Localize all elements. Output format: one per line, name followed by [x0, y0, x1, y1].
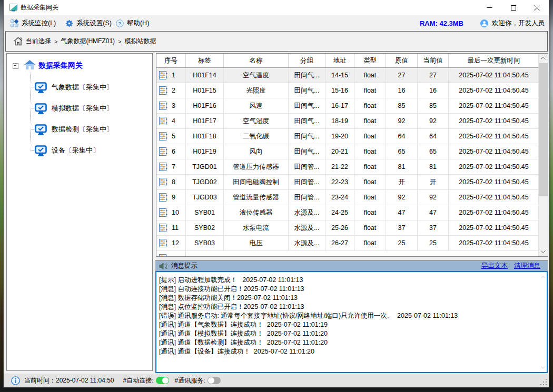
cell-tag: TJGD02	[186, 175, 224, 189]
tree-node[interactable]: 设备〔采集中〕	[31, 144, 100, 157]
cell-address: 16-17	[325, 98, 354, 113]
cell-index: 11	[156, 220, 186, 235]
auto-connect-toggle[interactable]	[156, 377, 169, 384]
menu-system-monitor[interactable]: 系统监控(L)	[11, 17, 56, 29]
table-row[interactable]: 2H01F15光照度田间气...15-16float16162025-07-02…	[156, 83, 539, 98]
cell-address: 23-24	[325, 190, 354, 205]
cell-index: 6	[156, 144, 186, 159]
export-text-link[interactable]: 导出文本	[481, 262, 508, 270]
menu-help[interactable]: ? 帮助(H)	[116, 17, 149, 29]
tree-node[interactable]: 气象数据〔采集中〕	[31, 81, 113, 94]
cell-name: 空气湿度	[224, 114, 289, 128]
row-settings-icon	[159, 86, 167, 95]
cell-updated-at: 2025-07-02 11:04:50.45	[449, 236, 539, 250]
cell-type: float	[354, 220, 386, 235]
table-row[interactable]: 4H01F17空气湿度田间气...18-19float92922025-07-0…	[156, 114, 539, 129]
maximize-button[interactable]	[501, 0, 525, 15]
cell-raw-value: 开	[386, 175, 418, 189]
tree-node[interactable]: 模拟数据〔采集中〕	[31, 102, 113, 115]
tree-node[interactable]: 数据检测〔采集中〕	[31, 123, 113, 136]
row-settings-icon	[159, 71, 167, 79]
cell-updated-at: 2025-07-02 11:04:50.45	[449, 144, 539, 159]
clear-messages-link[interactable]: 清理消息	[514, 262, 540, 270]
menu-system-settings[interactable]: 系统设置(S)	[65, 17, 112, 29]
cell-raw-value: 37	[386, 220, 418, 235]
cell-address: 26-27	[325, 236, 354, 250]
message-line: [通讯] 通道【设备】连接成功！ 2025-07-02 11:01:20	[159, 347, 539, 356]
breadcrumb-item[interactable]: 模拟站数据	[125, 37, 156, 46]
message-scroll-up-icon[interactable]	[539, 273, 547, 280]
column-header-tag[interactable]: 标签	[186, 54, 224, 67]
column-header-name[interactable]: 名称	[224, 54, 289, 67]
table-row[interactable]: 6H01F19风向田间气...20-21float65652025-07-02 …	[156, 144, 539, 159]
app-window: 数据采集网关 系统监控(L)	[4, 0, 549, 387]
message-line: [通讯] 通道【气象数据】连接成功！ 2025-07-02 11:01:19	[159, 320, 539, 329]
cell-name: 电压	[224, 236, 289, 250]
cell-raw-value: 27	[386, 68, 418, 83]
table-row[interactable]: 7TJGD01管道压力传感器田间管...21-22float81812025-0…	[156, 159, 539, 175]
table-scrollbar-thumb[interactable]	[539, 63, 548, 196]
cell-address: 22-23	[325, 175, 354, 189]
cell-type: float	[354, 98, 386, 113]
breadcrumb-items: 当前选择>气象数据(HMFZ01)>模拟站数据	[26, 37, 156, 46]
table-row[interactable]: 12SYB03电压水源及...26-27float25252025-07-02 …	[156, 236, 539, 251]
cell-index: 10	[156, 205, 186, 220]
close-button[interactable]	[525, 0, 549, 15]
table-row[interactable]: 1H01F14空气温度田间气...14-15float27272025-07-0…	[156, 68, 539, 83]
app-icon	[9, 4, 17, 12]
table-row[interactable]: 9TJGD03管道流量传感器田间管...23-24float92922025-0…	[156, 190, 539, 205]
column-header-group[interactable]: 分组	[289, 54, 325, 67]
cell-name: 液位传感器	[224, 205, 289, 220]
scroll-up-icon[interactable]	[539, 54, 548, 63]
cell-group: 田间气...	[289, 98, 325, 113]
tree-node-label: 设备〔采集中〕	[52, 146, 100, 155]
message-scroll-down-icon[interactable]	[539, 364, 547, 371]
home-icon[interactable]	[13, 36, 23, 46]
row-settings-icon	[159, 132, 167, 140]
cell-address: 19-20	[325, 129, 354, 144]
cell-address: 20-21	[325, 144, 354, 159]
scroll-down-icon[interactable]	[539, 247, 548, 256]
tree-node-label: 气象数据〔采集中〕	[52, 83, 113, 92]
monitor-check-icon	[35, 124, 47, 135]
table-row[interactable]: 8TJGD02田间电磁阀控制田间管...22-23float开开2025-07-…	[156, 175, 539, 190]
cell-tag: SYB01	[186, 205, 224, 220]
table-row[interactable]: 5H01F18二氧化碳田间气...19-20float64642025-07-0…	[156, 129, 539, 144]
menu-label: 帮助(H)	[127, 19, 149, 28]
cell-raw-value: 16	[386, 83, 418, 98]
table-scrollbar[interactable]	[538, 54, 548, 256]
cell-current-value: 37	[418, 220, 449, 235]
table-row[interactable]: 11SYB02水泵电流水源及...25-26float37372025-07-0…	[156, 220, 539, 236]
column-header-updated-at[interactable]: 最后一次更新时间	[449, 54, 539, 67]
tree-node-label: 模拟数据〔采集中〕	[52, 104, 113, 113]
table-body: 1H01F14空气温度田间气...14-15float27272025-07-0…	[156, 68, 539, 256]
resize-grip[interactable]	[539, 377, 547, 386]
cell-type: float	[354, 205, 386, 220]
message-list-box: [提示] 启动进程加载完成！ 2025-07-02 11:01:13[消息] 自…	[155, 271, 548, 373]
column-header-type[interactable]: 类型	[354, 54, 386, 67]
column-header-current-value[interactable]: 当前值	[418, 54, 449, 67]
minimize-button[interactable]	[478, 0, 501, 15]
cell-address: 21-22	[325, 159, 354, 174]
breadcrumb-item[interactable]: 当前选择	[26, 37, 51, 46]
breadcrumb-item[interactable]: 气象数据(HMFZ01)	[61, 37, 115, 46]
tree-children: 气象数据〔采集中〕模拟数据〔采集中〕数据检测〔采集中〕设备〔采集中〕	[7, 54, 152, 370]
cell-index: 4	[156, 114, 186, 128]
tree-connector	[31, 108, 35, 109]
cell-group: 田间气...	[289, 68, 325, 83]
cell-type: float	[354, 159, 386, 174]
cell-updated-at: 2025-07-02 11:04:50.45	[449, 175, 539, 189]
cell-tag: SYB02	[186, 220, 224, 235]
cell-group: 田间管...	[289, 159, 325, 174]
column-header-raw-value[interactable]: 原值	[386, 54, 418, 67]
cell-updated-at: 2025-07-02 11:04:50.45	[449, 205, 539, 220]
comm-service-toggle[interactable]	[208, 377, 221, 384]
gear-icon	[65, 19, 73, 27]
column-header-address[interactable]: 地址	[325, 54, 354, 67]
table-row[interactable]: 3H01F16风速田间气...16-17float85852025-07-02 …	[156, 98, 539, 114]
cell-type: float	[354, 129, 386, 144]
message-scrollbar[interactable]	[539, 272, 547, 372]
column-header-index[interactable]: 序号	[156, 54, 186, 67]
row-settings-icon	[159, 117, 167, 125]
table-row[interactable]: 10SYB01液位传感器水源及...24-25float47472025-07-…	[156, 205, 539, 220]
